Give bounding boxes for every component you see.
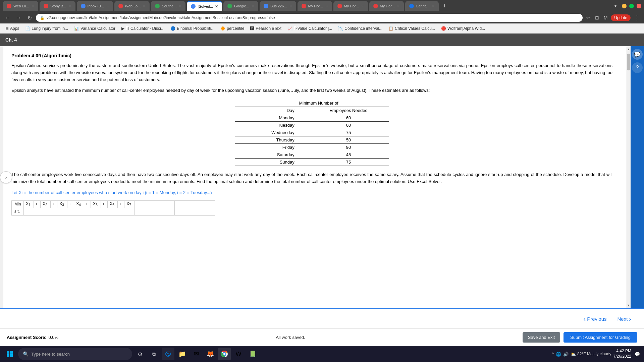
tab-2-close[interactable]: ✕ — [68, 4, 71, 8]
formula-x1[interactable]: X1 — [24, 200, 34, 208]
formula-x5[interactable]: X5 — [91, 200, 101, 208]
clock-widget[interactable]: 4:42 PM 7/26/2022 — [613, 349, 631, 359]
scroll-thumb[interactable] — [627, 54, 630, 70]
bookmark-tvalue[interactable]: 📈 T-Value Calculator |... — [285, 25, 335, 32]
bookmark-critical[interactable]: 📋 Critical Values Calcu... — [386, 25, 438, 32]
scrollbar[interactable]: ▲ ▼ — [626, 46, 631, 308]
bookmark-variance[interactable]: 📊 Variance Calculator — [71, 25, 118, 32]
tab-9[interactable]: My Hor... ✕ — [298, 1, 332, 11]
bookmark-lung[interactable]: 📄 Lung injury from in... — [22, 25, 71, 32]
help-chat-icon[interactable]: 💬 — [632, 49, 643, 60]
formula-row2-extra1[interactable] — [135, 208, 175, 215]
tab-3[interactable]: Inbox (0... ✕ — [77, 1, 113, 11]
firefox-taskbar-icon[interactable]: 🦊 — [204, 348, 217, 360]
minimize-button[interactable] — [622, 4, 627, 8]
bookmark-binomial[interactable]: 🔵 Binomial Probabiliti... — [168, 25, 217, 32]
scroll-down-button[interactable]: ▼ — [627, 302, 630, 308]
bookmark-confidence-label: Confidence interval... — [344, 26, 382, 31]
tab-4[interactable]: Web Lo... ✕ — [114, 1, 150, 11]
tab-10[interactable]: My Hor... ✕ — [333, 1, 368, 11]
maximize-button[interactable] — [629, 4, 634, 8]
system-tray: ^ 🌐 🔊 ⛅ 82°F Mostly cloudy 4:42 PM 7/26/… — [552, 349, 641, 359]
tab-9-close[interactable]: ✕ — [325, 4, 328, 8]
update-button[interactable]: Update — [611, 14, 631, 21]
cortana-button[interactable]: ⊙ — [133, 348, 146, 360]
extension-icon[interactable]: ⊞ — [594, 15, 600, 20]
formula-row2-extra2[interactable] — [175, 208, 215, 215]
right-sidebar: 💬 ? — [631, 46, 644, 308]
refresh-button[interactable]: ↻ — [25, 14, 34, 22]
tab-6-close[interactable]: ✕ — [215, 4, 218, 9]
tab-1-close[interactable]: ✕ — [31, 4, 34, 8]
formula-x2[interactable]: X2 — [41, 200, 51, 208]
network-icon[interactable]: 🌐 — [556, 352, 561, 357]
word-taskbar-icon[interactable]: W — [232, 348, 245, 360]
scroll-up-button[interactable]: ▲ — [627, 46, 630, 52]
val-wednesday: 75 — [308, 129, 389, 136]
bookmark-wolfram-label: Wolfram|Alpha Wid... — [447, 26, 485, 31]
formula-x3[interactable]: X3 — [57, 200, 67, 208]
system-tray-up-icon[interactable]: ^ — [552, 352, 554, 356]
formula-result[interactable] — [135, 200, 175, 208]
save-exit-button[interactable]: Save and Exit — [523, 332, 560, 343]
windows-icon — [7, 351, 13, 357]
tab-10-close[interactable]: ✕ — [361, 4, 364, 8]
tab-1[interactable]: Web Lo... ✕ — [3, 1, 38, 11]
tab-2[interactable]: Stony B... ✕ — [40, 1, 75, 11]
tab-8-close[interactable]: ✕ — [289, 4, 292, 8]
edge-taskbar-icon[interactable] — [162, 348, 174, 360]
bookmark-icon[interactable]: ☆ — [585, 15, 592, 20]
formula-row2-content[interactable] — [24, 208, 135, 215]
tab-dropdown[interactable]: ▾ — [614, 4, 616, 8]
tab-8[interactable]: Bus 226... ✕ — [260, 1, 296, 11]
previous-button[interactable]: ‹ Previous — [579, 312, 611, 326]
mail-taskbar-icon[interactable]: ✉ — [190, 348, 203, 360]
submit-button[interactable]: Submit Assignment for Grading — [564, 332, 637, 343]
tab-4-close[interactable]: ✕ — [143, 4, 146, 8]
volume-icon[interactable]: 🔊 — [563, 352, 569, 357]
bookmark-pearson[interactable]: 🅿 Pearson eText — [248, 25, 284, 32]
bookmark-percentile[interactable]: 🔶 percentile — [218, 25, 247, 32]
bookmark-confidence[interactable]: 📉 Confidence interval... — [335, 25, 385, 32]
bookmark-ti[interactable]: ▶ TI Calculator - Discr... — [119, 25, 167, 32]
sidebar-toggle-button[interactable]: › — [0, 171, 12, 183]
tab-11-close[interactable]: ✕ — [397, 4, 400, 8]
bookmark-binomial-icon: 🔵 — [170, 26, 175, 31]
tab-12-label: Cenga... — [416, 4, 430, 8]
tab-7-close[interactable]: ✕ — [251, 4, 254, 8]
address-bar[interactable]: 🔒 v2.cengagenow.com/ilrn/takeAssignment/… — [36, 14, 583, 22]
chrome-taskbar-icon[interactable] — [218, 348, 231, 360]
bookmark-apps[interactable]: ⊞ Apps — [3, 25, 22, 32]
formula-x7[interactable]: X7 — [124, 200, 135, 208]
tab-6[interactable]: [Solved... ✕ — [187, 1, 222, 11]
weather-widget[interactable]: ⛅ 82°F Mostly cloudy — [571, 352, 611, 357]
filemanager-taskbar-icon[interactable]: 📁 — [176, 348, 189, 360]
tab-5-close[interactable]: ✕ — [178, 4, 181, 8]
task-view-button[interactable]: ⧉ — [148, 348, 160, 360]
formula-x4[interactable]: X4 — [74, 200, 84, 208]
tab-12[interactable]: Cenga... ✕ — [405, 1, 439, 11]
tab-7[interactable]: Google... ✕ — [223, 1, 258, 11]
profile-icon[interactable]: M — [602, 15, 609, 20]
next-button[interactable]: Next › — [612, 312, 636, 326]
info-icon[interactable]: ? — [632, 62, 643, 73]
back-button[interactable]: ← — [3, 14, 12, 21]
table-col2-header: Employees Needed — [308, 107, 389, 114]
tab-11[interactable]: My Hor... ✕ — [369, 1, 404, 11]
taskbar-search[interactable]: 🔍 Type here to search — [18, 348, 132, 360]
tab-5[interactable]: Southe... ✕ — [151, 1, 185, 11]
start-button[interactable] — [3, 347, 17, 361]
new-tab-button[interactable]: + — [440, 3, 449, 10]
excel-taskbar-icon[interactable]: 📗 — [246, 348, 259, 360]
day-sunday: Sunday — [235, 159, 308, 166]
formula-extra[interactable] — [175, 200, 215, 208]
forward-button[interactable]: → — [14, 14, 23, 21]
close-button[interactable] — [637, 4, 641, 8]
tab-12-close[interactable]: ✕ — [432, 4, 435, 8]
notification-icon[interactable]: 💬 — [633, 352, 641, 357]
menu-button[interactable]: ⋮ — [633, 14, 641, 21]
tab-3-close[interactable]: ✕ — [106, 4, 109, 8]
chapter-title: Ch. 4 — [5, 37, 17, 43]
formula-x6[interactable]: X6 — [108, 200, 118, 208]
bookmark-wolfram[interactable]: 🔴 Wolfram|Alpha Wid... — [438, 25, 488, 32]
